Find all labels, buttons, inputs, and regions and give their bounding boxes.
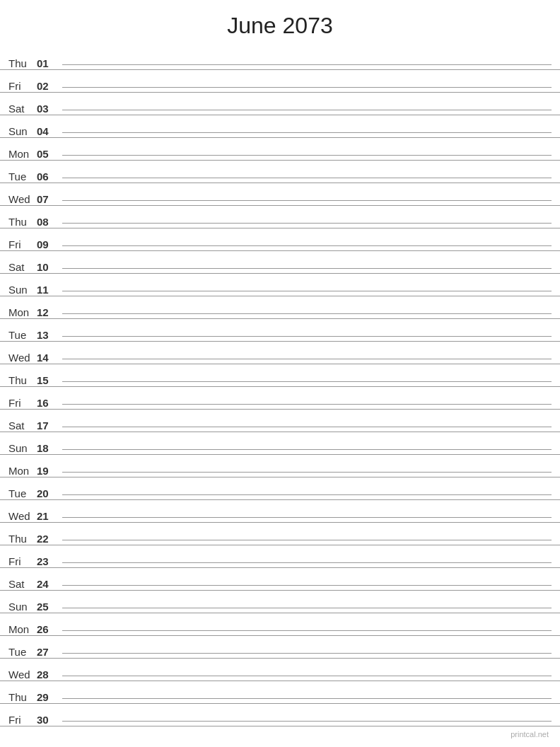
day-line (62, 110, 552, 110)
day-number: 29 (37, 691, 57, 703)
day-name: Wed (8, 668, 37, 681)
day-name: Wed (8, 193, 37, 205)
day-name: Fri (8, 80, 37, 92)
day-number: 20 (37, 487, 57, 499)
day-row: Thu01 (0, 47, 560, 70)
day-row: Wed21 (0, 500, 560, 523)
day-number: 21 (37, 510, 57, 522)
day-row: Mon12 (0, 296, 560, 319)
day-number: 14 (37, 352, 57, 364)
day-row: Tue13 (0, 319, 560, 342)
day-line (62, 608, 552, 608)
day-line (62, 64, 552, 65)
day-name: Mon (8, 465, 37, 477)
day-row: Sun18 (0, 432, 560, 455)
day-name: Wed (8, 510, 37, 522)
day-row: Fri09 (0, 228, 560, 251)
day-name: Fri (8, 397, 37, 409)
day-line (62, 268, 552, 269)
day-line (62, 404, 552, 405)
day-line (62, 517, 552, 518)
day-number: 30 (37, 714, 57, 726)
day-name: Tue (8, 329, 37, 341)
day-row: Wed28 (0, 659, 560, 681)
day-number: 12 (37, 306, 57, 318)
day-line (62, 472, 552, 473)
day-number: 02 (37, 80, 57, 92)
day-name: Tue (8, 170, 37, 183)
day-line (62, 698, 552, 699)
day-number: 07 (37, 193, 57, 205)
day-line (62, 291, 552, 291)
day-number: 26 (37, 623, 57, 635)
day-row: Fri16 (0, 387, 560, 410)
day-number: 17 (37, 419, 57, 432)
day-name: Thu (8, 533, 37, 545)
day-line (62, 178, 552, 178)
day-number: 06 (37, 170, 57, 183)
day-line (62, 336, 552, 337)
day-name: Sun (8, 125, 37, 137)
day-number: 24 (37, 578, 57, 590)
day-line (62, 721, 552, 722)
day-line (62, 494, 552, 495)
day-name: Mon (8, 148, 37, 160)
day-number: 22 (37, 533, 57, 545)
day-row: Sat03 (0, 93, 560, 115)
calendar-container: Thu01Fri02Sat03Sun04Mon05Tue06Wed07Thu08… (0, 47, 560, 726)
day-number: 15 (37, 374, 57, 386)
day-line (62, 630, 552, 631)
day-line (62, 245, 552, 246)
day-name: Sat (8, 103, 37, 115)
day-line (62, 381, 552, 382)
day-name: Sun (8, 284, 37, 296)
day-row: Thu15 (0, 364, 560, 387)
day-number: 09 (37, 238, 57, 250)
day-line (62, 653, 552, 654)
day-row: Sun04 (0, 115, 560, 138)
day-name: Thu (8, 57, 37, 69)
day-name: Wed (8, 352, 37, 364)
day-row: Sat10 (0, 251, 560, 274)
day-name: Sat (8, 261, 37, 273)
day-name: Sat (8, 419, 37, 432)
day-line (62, 449, 552, 450)
day-row: Fri02 (0, 70, 560, 93)
day-name: Fri (8, 714, 37, 726)
day-row: Tue27 (0, 636, 560, 659)
day-number: 16 (37, 397, 57, 409)
day-number: 11 (37, 284, 57, 296)
day-row: Thu08 (0, 206, 560, 228)
day-name: Sun (8, 442, 37, 454)
day-line (62, 427, 552, 427)
day-number: 10 (37, 261, 57, 273)
day-number: 23 (37, 555, 57, 567)
day-row: Mon19 (0, 455, 560, 477)
day-name: Thu (8, 374, 37, 386)
day-line (62, 676, 552, 676)
day-line (62, 562, 552, 563)
day-name: Mon (8, 306, 37, 318)
day-row: Thu22 (0, 523, 560, 545)
day-row: Wed07 (0, 183, 560, 206)
day-name: Fri (8, 555, 37, 567)
day-name: Sun (8, 601, 37, 613)
day-line (62, 540, 552, 540)
day-number: 28 (37, 668, 57, 681)
day-row: Sun25 (0, 591, 560, 613)
day-line (62, 155, 552, 156)
page-title: June 2073 (0, 0, 560, 47)
day-row: Sun11 (0, 274, 560, 296)
day-number: 27 (37, 646, 57, 658)
day-line (62, 359, 552, 359)
day-name: Thu (8, 691, 37, 703)
day-name: Fri (8, 238, 37, 250)
day-number: 05 (37, 148, 57, 160)
day-name: Mon (8, 623, 37, 635)
day-row: Thu29 (0, 681, 560, 704)
day-line (62, 585, 552, 586)
day-number: 18 (37, 442, 57, 454)
day-number: 08 (37, 216, 57, 228)
day-number: 25 (37, 601, 57, 613)
day-line (62, 313, 552, 314)
